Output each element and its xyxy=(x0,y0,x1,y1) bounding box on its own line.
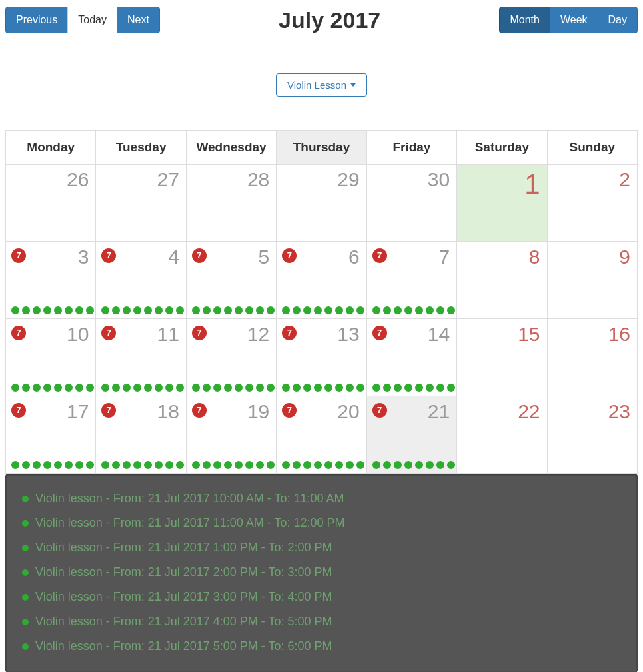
event-dot-icon xyxy=(155,306,163,314)
event-dot-icon xyxy=(256,306,264,314)
day-number: 27 xyxy=(157,168,179,191)
calendar-day-cell[interactable]: 27 xyxy=(96,165,186,242)
event-dot-icon xyxy=(324,461,332,469)
event-list-item[interactable]: Violin lesson - From: 21 Jul 2017 4:00 P… xyxy=(22,609,621,634)
event-dot-icon xyxy=(213,461,221,469)
weekday-header: Friday xyxy=(366,131,456,165)
view-day-button[interactable]: Day xyxy=(598,7,638,33)
calendar-day-cell[interactable]: 137 xyxy=(277,319,366,396)
event-dot-icon xyxy=(256,461,264,469)
day-detail-panel: Violin lesson - From: 21 Jul 2017 10:00 … xyxy=(5,474,638,672)
day-number: 23 xyxy=(608,400,630,423)
today-button[interactable]: Today xyxy=(67,7,117,33)
event-count-badge: 7 xyxy=(101,326,116,340)
event-dot-icon xyxy=(65,306,73,314)
day-number: 9 xyxy=(619,246,630,268)
event-dot-icon xyxy=(256,384,264,392)
calendar-day-cell[interactable]: 2 xyxy=(547,165,637,242)
calendar-day-cell[interactable]: 28 xyxy=(186,165,276,242)
event-dot-icon xyxy=(22,384,30,392)
view-month-button[interactable]: Month xyxy=(499,7,550,33)
event-dot-icon xyxy=(176,306,184,314)
event-dot-icon xyxy=(101,461,109,469)
calendar-day-cell[interactable]: 217 xyxy=(366,396,456,474)
calendar-day-cell[interactable]: 127 xyxy=(186,319,276,396)
calendar-day-cell[interactable]: 8 xyxy=(457,242,547,319)
event-dots xyxy=(11,384,94,392)
day-number: 8 xyxy=(529,246,540,268)
calendar-day-cell[interactable]: 107 xyxy=(6,319,96,396)
lesson-filter-dropdown[interactable]: Violin Lesson xyxy=(276,73,367,97)
event-label: Violin lesson - From: 21 Jul 2017 4:00 P… xyxy=(35,615,332,629)
calendar-day-cell[interactable]: 187 xyxy=(96,396,186,474)
calendar-day-cell[interactable]: 29 xyxy=(277,165,366,242)
event-dot-icon xyxy=(314,461,322,469)
calendar-day-cell[interactable]: 26 xyxy=(6,165,96,242)
calendar-day-cell[interactable]: 1 xyxy=(457,165,547,242)
event-dot-icon xyxy=(335,306,343,314)
weekday-header: Tuesday xyxy=(96,131,186,165)
calendar-day-cell[interactable]: 16 xyxy=(547,319,637,396)
calendar-day-cell[interactable]: 147 xyxy=(366,319,456,396)
calendar-day-cell[interactable]: 22 xyxy=(457,396,547,474)
calendar-day-cell[interactable]: 30 xyxy=(366,165,456,242)
calendar-day-cell[interactable]: 197 xyxy=(186,396,276,474)
event-dot-icon xyxy=(404,384,412,392)
event-dot-icon xyxy=(203,306,211,314)
event-dot-icon xyxy=(22,496,29,502)
event-dot-icon xyxy=(133,306,141,314)
event-dot-icon xyxy=(267,461,275,469)
event-dot-icon xyxy=(176,461,184,469)
event-list-item[interactable]: Violin lesson - From: 21 Jul 2017 11:00 … xyxy=(22,511,621,535)
event-dots xyxy=(282,461,364,469)
calendar-day-cell[interactable]: 207 xyxy=(277,396,366,474)
calendar-toolbar: Previous Today Next July 2017 Month Week… xyxy=(5,7,638,33)
calendar-day-cell[interactable]: 47 xyxy=(96,242,186,319)
event-dot-icon xyxy=(267,384,275,392)
event-list-item[interactable]: Violin lesson - From: 21 Jul 2017 10:00 … xyxy=(22,486,621,511)
event-dot-icon xyxy=(86,461,94,469)
event-count-badge: 7 xyxy=(11,326,26,340)
event-list-item[interactable]: Violin lesson - From: 21 Jul 2017 3:00 P… xyxy=(22,585,621,609)
event-dot-icon xyxy=(267,306,275,314)
day-number: 22 xyxy=(518,400,540,423)
event-dot-icon xyxy=(436,306,444,314)
calendar-day-cell[interactable]: 23 xyxy=(547,396,637,474)
calendar-day-cell[interactable]: 77 xyxy=(366,242,456,319)
view-week-button[interactable]: Week xyxy=(550,7,598,33)
calendar-day-cell[interactable]: 37 xyxy=(6,242,96,319)
event-list-item[interactable]: Violin lesson - From: 21 Jul 2017 1:00 P… xyxy=(22,535,621,560)
event-dot-icon xyxy=(54,306,62,314)
event-dot-icon xyxy=(75,384,83,392)
event-dots xyxy=(11,306,94,314)
event-dot-icon xyxy=(22,619,29,625)
previous-button[interactable]: Previous xyxy=(5,7,68,33)
calendar-day-cell[interactable]: 177 xyxy=(6,396,96,474)
event-count-badge: 7 xyxy=(282,403,297,418)
event-dot-icon xyxy=(165,461,173,469)
calendar-day-cell[interactable]: 117 xyxy=(96,319,186,396)
calendar-day-cell[interactable]: 57 xyxy=(186,242,276,319)
day-number: 7 xyxy=(438,246,450,268)
event-dot-icon xyxy=(192,384,200,392)
day-number: 21 xyxy=(428,400,450,423)
event-dot-icon xyxy=(11,306,19,314)
event-dot-icon xyxy=(65,384,73,392)
event-list-item[interactable]: Violin lesson - From: 21 Jul 2017 5:00 P… xyxy=(22,634,621,659)
day-number: 14 xyxy=(428,323,450,346)
next-button[interactable]: Next xyxy=(117,7,160,33)
event-dot-icon xyxy=(404,461,412,469)
event-dot-icon xyxy=(43,384,51,392)
calendar-day-cell[interactable]: 15 xyxy=(457,319,547,396)
event-dot-icon xyxy=(314,306,322,314)
calendar-day-cell[interactable]: 67 xyxy=(277,242,366,319)
event-dot-icon xyxy=(144,306,152,314)
event-count-badge: 7 xyxy=(11,248,26,263)
event-dot-icon xyxy=(22,461,30,469)
event-dot-icon xyxy=(293,384,301,392)
event-dot-icon xyxy=(415,384,423,392)
calendar-day-cell[interactable]: 9 xyxy=(547,242,637,319)
day-number: 11 xyxy=(157,323,179,346)
event-list-item[interactable]: Violin lesson - From: 21 Jul 2017 2:00 P… xyxy=(22,560,621,585)
event-dot-icon xyxy=(346,461,354,469)
